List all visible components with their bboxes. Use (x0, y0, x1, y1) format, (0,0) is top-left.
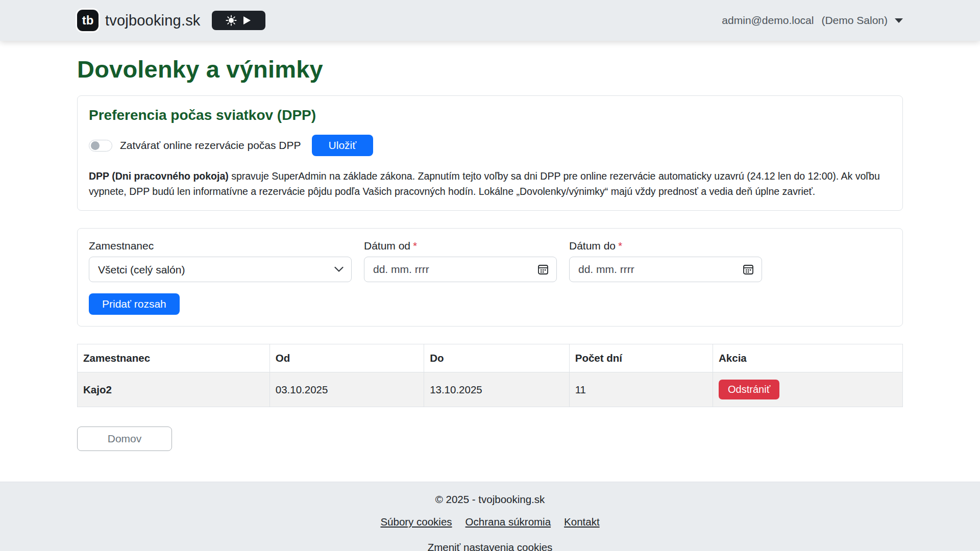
dpp-toggle-switch[interactable] (89, 140, 112, 152)
footer-link-privacy[interactable]: Ochrana súkromia (465, 516, 551, 528)
play-icon (241, 15, 252, 26)
date-to-label: Dátum do* (569, 240, 762, 252)
brand-link[interactable]: tb tvojbooking.sk (77, 10, 201, 31)
col-header-days: Počet dní (569, 344, 713, 372)
col-header-from: Od (270, 344, 424, 372)
dpp-description: DPP (Dni pracovného pokoja) spravuje Sup… (89, 168, 891, 199)
table-header-row: Zamestnanec Od Do Počet dní Akcia (78, 344, 903, 372)
dpp-toggle-label[interactable]: Zatvárať online rezervácie počas DPP (120, 139, 301, 152)
employee-label: Zamestnanec (89, 240, 352, 252)
save-button[interactable]: Uložiť (312, 135, 374, 156)
add-range-button[interactable]: Pridať rozsah (89, 293, 180, 315)
page-footer: © 2025 - tvojbooking.sk Súbory cookies O… (0, 482, 980, 551)
caret-down-icon (895, 18, 903, 23)
cookie-settings-link[interactable]: Zmeniť nastavenia cookies (428, 541, 553, 551)
sun-icon (226, 15, 237, 26)
footer-link-cookies[interactable]: Súbory cookies (380, 516, 452, 528)
toggle-knob (91, 141, 100, 150)
cell-from: 03.10.2025 (270, 372, 424, 407)
theme-toggle-button[interactable] (212, 11, 265, 30)
ranges-table: Zamestnanec Od Do Počet dní Akcia Kajo2 … (77, 344, 903, 407)
col-header-action: Akcia (713, 344, 903, 372)
brand-logo-icon: tb (77, 10, 99, 31)
brand-name: tvojbooking.sk (105, 12, 201, 29)
main-content: Dovolenky a výnimky Preferencia počas sv… (0, 41, 980, 482)
col-header-to: Do (424, 344, 570, 372)
cell-employee: Kajo2 (78, 372, 270, 407)
home-button[interactable]: Domov (77, 427, 172, 451)
remove-button[interactable]: Odstrániť (719, 380, 779, 399)
top-navbar: tb tvojbooking.sk admin@demo.local (Demo… (0, 0, 980, 41)
required-asterisk: * (413, 240, 417, 252)
user-email: admin@demo.local (722, 14, 814, 27)
date-to-input[interactable] (569, 257, 762, 282)
cell-days: 11 (569, 372, 713, 407)
col-header-employee: Zamestnanec (78, 344, 270, 372)
dpp-preference-card: Preferencia počas sviatkov (DPP) Zatvára… (77, 95, 903, 211)
page-title: Dovolenky a výnimky (77, 55, 903, 83)
add-range-card: Zamestnanec Všetci (celý salón) Dátum od… (77, 228, 903, 327)
dpp-card-heading: Preferencia počas sviatkov (DPP) (89, 107, 891, 123)
required-asterisk: * (618, 240, 622, 252)
date-from-label: Dátum od* (364, 240, 557, 252)
table-row: Kajo2 03.10.2025 13.10.2025 11 Odstrániť (78, 372, 903, 407)
copyright-text: © 2025 - tvojbooking.sk (0, 493, 980, 506)
footer-link-contact[interactable]: Kontakt (564, 516, 600, 528)
tenant-dropdown[interactable]: (Demo Salon) (821, 14, 903, 27)
tenant-name: (Demo Salon) (821, 14, 888, 27)
date-from-input[interactable] (364, 257, 557, 282)
employee-select[interactable]: Všetci (celý salón) (89, 257, 352, 282)
cell-to: 13.10.2025 (424, 372, 570, 407)
dpp-description-lead: DPP (Dni pracovného pokoja) (89, 170, 229, 182)
